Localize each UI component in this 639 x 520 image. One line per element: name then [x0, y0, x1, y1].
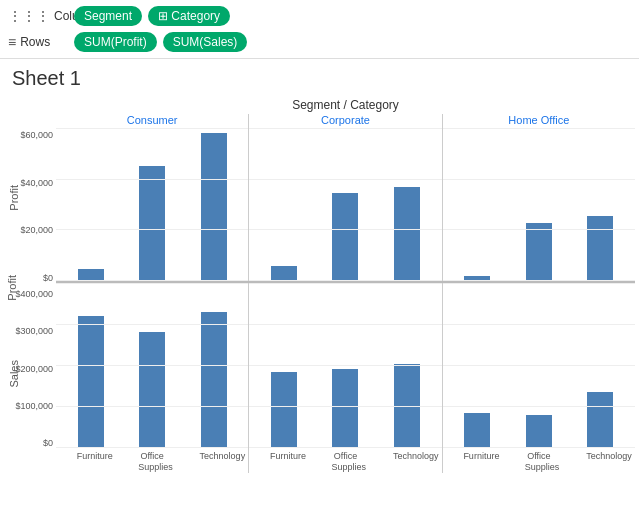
rows-row: ≡ Rows SUM(Profit) SUM(Sales)	[8, 32, 631, 52]
x-label: Technology	[586, 451, 614, 473]
bar	[394, 364, 420, 448]
segment-consumer: Consumer	[56, 114, 249, 128]
top-toolbar: ⋮⋮⋮ Columns Segment ⊞ Category ≡ Rows SU…	[0, 0, 639, 59]
x-label: Office Supplies	[525, 451, 553, 473]
x-label: Furniture	[270, 451, 298, 473]
bar	[394, 187, 420, 281]
category-pill[interactable]: ⊞ Category	[148, 6, 230, 26]
sales-y-label	[4, 448, 56, 473]
chart-panels	[56, 128, 635, 448]
profit-axis-label: Profit	[8, 185, 20, 211]
consumer-profit-bars	[56, 128, 249, 281]
bar	[271, 266, 297, 281]
x-labels-row: Furniture Office Supplies Technology Fur…	[56, 448, 635, 473]
x-labels-area: Furniture Office Supplies Technology Fur…	[4, 448, 635, 473]
rows-label: ≡ Rows	[8, 34, 68, 50]
corporate-profit-bars	[249, 128, 442, 281]
sheet-title: Sheet 1	[0, 59, 639, 98]
home-office-profit-bars	[443, 128, 635, 281]
corporate-sales-bars	[249, 283, 442, 448]
rows-icon: ≡	[8, 34, 16, 50]
home-office-sales-bars	[443, 283, 635, 448]
bar	[464, 413, 490, 448]
columns-label: ⋮⋮⋮ Columns	[8, 8, 68, 24]
chart-body: Profit $60,000 $40,000 $20,000 $0 $400,0…	[4, 128, 635, 448]
bar	[526, 223, 552, 281]
home-office-x-labels: Furniture Office Supplies Technology	[443, 448, 635, 473]
consumer-x-labels: Furniture Office Supplies Technology	[56, 448, 249, 473]
x-label: Furniture	[77, 451, 105, 473]
sales-axis-label: Sales	[8, 360, 20, 388]
x-label: Office Supplies	[138, 451, 166, 473]
sum-sales-pill[interactable]: SUM(Sales)	[163, 32, 248, 52]
columns-icon: ⋮⋮⋮	[8, 8, 50, 24]
bar	[271, 372, 297, 448]
bar	[139, 166, 165, 281]
chart-header: Segment / Category	[56, 98, 635, 112]
bar	[201, 133, 227, 281]
profit-chart-row	[56, 128, 635, 283]
x-label: Office Supplies	[331, 451, 359, 473]
bar	[587, 392, 613, 448]
bar	[78, 269, 104, 281]
segment-corporate: Corporate	[249, 114, 442, 128]
corporate-x-labels: Furniture Office Supplies Technology	[249, 448, 442, 473]
sales-chart-row	[56, 283, 635, 448]
bar	[332, 193, 358, 281]
x-label: Technology	[393, 451, 421, 473]
x-label: Furniture	[463, 451, 491, 473]
bar	[201, 312, 227, 448]
x-label: Technology	[200, 451, 228, 473]
bar	[78, 316, 104, 448]
segment-labels: Consumer Corporate Home Office	[56, 114, 635, 128]
columns-row: ⋮⋮⋮ Columns Segment ⊞ Category	[8, 6, 631, 26]
bar	[139, 332, 165, 448]
consumer-sales-bars	[56, 283, 249, 448]
bar	[587, 216, 613, 281]
bar	[464, 276, 490, 281]
sum-profit-pill[interactable]: SUM(Profit)	[74, 32, 157, 52]
bar	[332, 369, 358, 448]
segment-pill[interactable]: Segment	[74, 6, 142, 26]
profit-y-ticks: $60,000 $40,000 $20,000 $0 $400,000 $300…	[20, 128, 56, 448]
segment-home-office: Home Office	[443, 114, 635, 128]
bar	[526, 415, 552, 448]
